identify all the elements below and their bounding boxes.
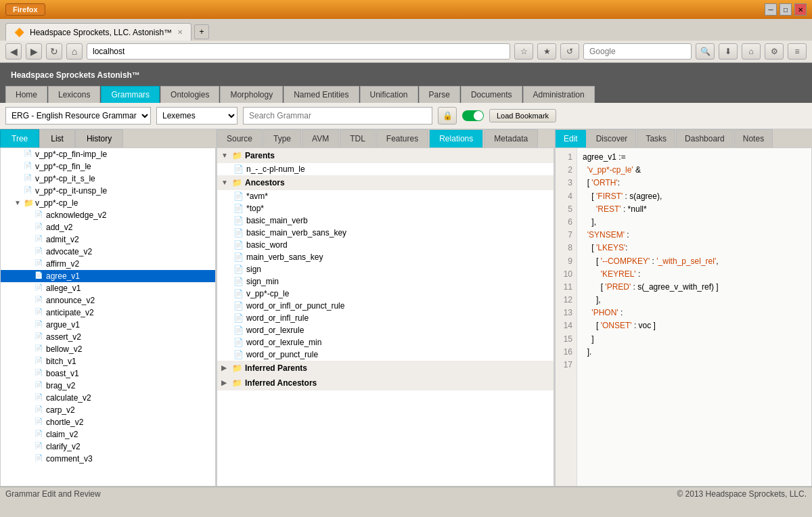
mid-tree-item[interactable]: 📄word_or_infl_or_punct_rule — [217, 300, 554, 312]
main-tab-documents[interactable]: Documents — [461, 86, 522, 103]
firefox-menu-button[interactable]: Firefox — [5, 3, 45, 16]
mid-tree-item[interactable]: 📄word_or_lexrule — [217, 324, 554, 336]
mid-tree-item[interactable]: 📄sign_min — [217, 275, 554, 288]
mid-tab-relations[interactable]: Relations — [429, 129, 483, 148]
tree-container[interactable]: 📄v_pp*-cp_fin-imp_le📄v_pp*-cp_fin_le📄v_p… — [0, 148, 216, 487]
group-header-ancestors[interactable]: ▼📁Ancestors — [217, 175, 554, 190]
group-header-parents[interactable]: ▼📁Parents — [217, 148, 554, 163]
main-tab-administration[interactable]: Administration — [523, 86, 595, 103]
right-tab-notes[interactable]: Notes — [734, 129, 773, 148]
mid-tab-features[interactable]: Features — [376, 129, 428, 148]
tree-item[interactable]: 📄v_pp*-cp_fin_le — [1, 160, 215, 173]
tree-item[interactable]: 📄agree_v1 — [1, 270, 215, 282]
right-tab-discover[interactable]: Discover — [587, 129, 637, 148]
mid-tree-item[interactable]: 📄basic_main_verb — [217, 215, 554, 227]
refresh-button[interactable]: ↻ — [46, 43, 62, 60]
tree-item[interactable]: 📄claim_v2 — [1, 428, 215, 441]
refresh-nav-icon[interactable]: ↺ — [560, 43, 579, 60]
tree-item[interactable]: 📄anticipate_v2 — [1, 307, 215, 319]
load-bookmark-button[interactable]: Load Bookmark — [489, 109, 556, 122]
tree-item[interactable]: 📄advocate_v2 — [1, 246, 215, 258]
mid-tree-item[interactable]: 📄basic_word — [217, 239, 554, 251]
tree-item[interactable]: 📄assert_v2 — [1, 331, 215, 343]
mid-tree-item[interactable]: 📄v_pp*-cp_le — [217, 288, 554, 300]
maximize-button[interactable]: □ — [780, 3, 792, 16]
tree-item[interactable]: 📄admit_v2 — [1, 233, 215, 246]
close-button[interactable]: ✕ — [794, 3, 807, 16]
group-header-inferred_ancestors[interactable]: ▶📁Inferred Ancestors — [217, 376, 554, 390]
main-tab-unification[interactable]: Unification — [360, 86, 418, 103]
group-header-inferred_parents[interactable]: ▶📁Inferred Parents — [217, 361, 554, 376]
download-icon[interactable]: ⬇ — [719, 43, 738, 60]
tree-item[interactable]: 📄bitch_v1 — [1, 355, 215, 367]
main-tab-lexicons[interactable]: Lexicons — [48, 86, 100, 103]
mid-tree-item[interactable]: 📄word_or_lexrule_min — [217, 336, 554, 349]
right-tab-tasks[interactable]: Tasks — [637, 129, 675, 148]
mid-tab-avm[interactable]: AVM — [302, 129, 339, 148]
tree-item[interactable]: 📄boast_v1 — [1, 367, 215, 380]
home-nav-icon[interactable]: ⌂ — [742, 43, 761, 60]
bookmark-star-icon[interactable]: ☆ — [514, 43, 533, 60]
mid-tree-item[interactable]: 📄basic_main_verb_sans_key — [217, 227, 554, 239]
mid-tree-item[interactable]: 📄sign — [217, 263, 554, 275]
lexemes-select[interactable]: Lexemes — [156, 107, 238, 125]
home-button[interactable]: ⌂ — [66, 43, 83, 60]
main-tab-parse[interactable]: Parse — [419, 86, 460, 103]
tree-item[interactable]: 📄v_pp*-cp_it_s_le — [1, 173, 215, 185]
tree-item[interactable]: 📄calculate_v2 — [1, 392, 215, 404]
tab-close-icon[interactable]: ✕ — [177, 28, 183, 36]
mid-tree-item[interactable]: 📄*top* — [217, 202, 554, 215]
tree-item[interactable]: 📄argue_v1 — [1, 319, 215, 331]
grammar-select[interactable]: ERG - English Resource Grammar — [5, 107, 151, 125]
tree-item[interactable]: 📄allege_v1 — [1, 282, 215, 294]
tree-item[interactable]: 📄add_v2 — [1, 221, 215, 233]
lock-button[interactable]: 🔒 — [438, 107, 457, 125]
toggle-switch[interactable] — [462, 110, 484, 121]
tree-item[interactable]: 📄announce_v2 — [1, 294, 215, 307]
mid-tab-metadata[interactable]: Metadata — [484, 129, 538, 148]
browser-tab[interactable]: 🔶 Headspace Sprockets, LLC. Astonish™ ✕ — [5, 23, 191, 41]
main-tab-morphology[interactable]: Morphology — [220, 86, 283, 103]
browser-search-input[interactable] — [583, 43, 692, 60]
tree-item[interactable]: 📄brag_v2 — [1, 380, 215, 392]
left-tab-tree[interactable]: Tree — [0, 129, 39, 148]
main-tab-ontologies[interactable]: Ontologies — [160, 86, 219, 103]
mid-tree-item[interactable]: 📄*avm* — [217, 190, 554, 202]
tree-item[interactable]: 📄clarify_v2 — [1, 441, 215, 453]
left-tab-list[interactable]: List — [39, 129, 75, 148]
tree-item[interactable]: 📄carp_v2 — [1, 404, 215, 416]
tree-item[interactable]: 📄v_pp*-cp_fin-imp_le — [1, 148, 215, 160]
menu-icon[interactable]: ≡ — [788, 43, 807, 60]
main-tab-home[interactable]: Home — [5, 86, 47, 103]
bookmark-star-filled-icon[interactable]: ★ — [537, 43, 556, 60]
tree-item[interactable]: 📄v_pp*-cp_it-unsp_le — [1, 185, 215, 197]
mid-tree-item[interactable]: 📄n_-_c-pl-num_le — [217, 163, 554, 175]
mid-tab-type[interactable]: Type — [263, 129, 301, 148]
mid-content[interactable]: ▼📁Parents📄n_-_c-pl-num_le▼📁Ancestors📄*av… — [217, 148, 554, 487]
mid-tree-item[interactable]: 📄word_or_infl_rule — [217, 312, 554, 324]
settings-icon[interactable]: ⚙ — [765, 43, 784, 60]
code-editor[interactable]: 1234567891011121314151617agree_v1 := 'v_… — [555, 148, 812, 487]
tree-item[interactable]: 📄comment_v3 — [1, 453, 215, 465]
tree-item[interactable]: 📄acknowledge_v2 — [1, 209, 215, 221]
mid-tree-item[interactable]: 📄word_or_punct_rule — [217, 349, 554, 361]
mid-tree-item[interactable]: 📄main_verb_sans_key — [217, 251, 554, 263]
back-button[interactable]: ◀ — [5, 43, 22, 60]
tree-item[interactable]: 📄chortle_v2 — [1, 416, 215, 428]
tree-item[interactable]: 📄bellow_v2 — [1, 343, 215, 355]
tree-item[interactable]: 📄affirm_v2 — [1, 258, 215, 270]
right-tab-edit[interactable]: Edit — [555, 129, 587, 148]
left-tab-history[interactable]: History — [75, 129, 123, 148]
mid-tab-source[interactable]: Source — [217, 129, 263, 148]
tree-item[interactable]: ▼📁v_pp*-cp_le — [1, 197, 215, 209]
right-tab-dashboard[interactable]: Dashboard — [676, 129, 734, 148]
mid-tab-tdl[interactable]: TDL — [340, 129, 376, 148]
new-tab-button[interactable]: + — [194, 24, 209, 39]
search-grammar-input[interactable] — [243, 107, 432, 125]
forward-button[interactable]: ▶ — [26, 43, 42, 60]
main-tab-grammars[interactable]: Grammars — [101, 86, 160, 103]
main-tab-named_entities[interactable]: Named Entities — [284, 86, 359, 103]
address-bar[interactable] — [87, 43, 510, 60]
search-icon[interactable]: 🔍 — [696, 43, 715, 60]
minimize-button[interactable]: ─ — [765, 3, 777, 16]
